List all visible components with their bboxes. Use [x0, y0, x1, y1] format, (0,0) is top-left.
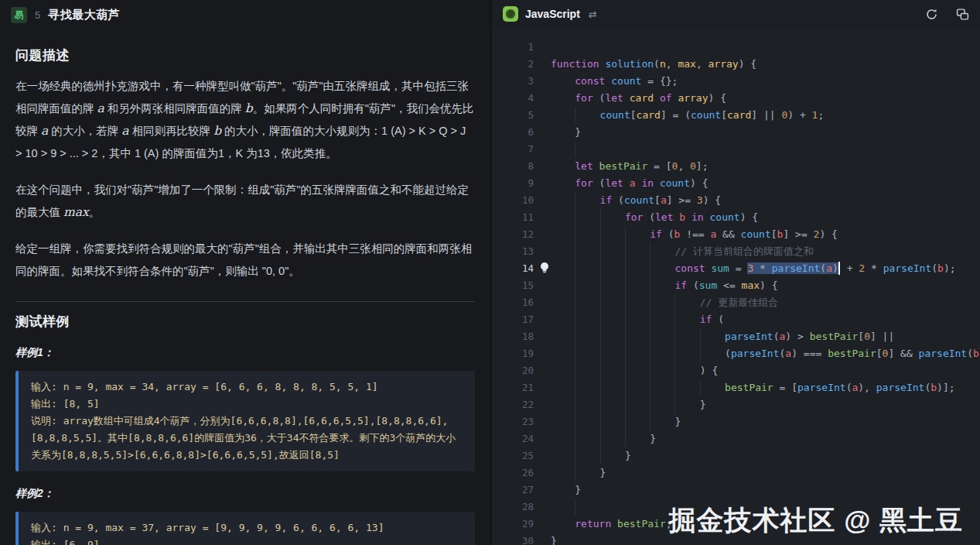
- section-divider: [15, 301, 475, 302]
- code-token: (: [773, 331, 780, 342]
- code-line[interactable]: 21bestPair = [parseInt(a), parseInt(b)];: [492, 379, 980, 396]
- indent-guide: [551, 107, 575, 124]
- code-token: parseInt: [883, 262, 932, 274]
- code-line[interactable]: 27}: [492, 482, 980, 499]
- code-line[interactable]: 20) {: [492, 362, 980, 379]
- code-token: }: [674, 416, 681, 427]
- indent-guide: [551, 294, 575, 311]
- code-line[interactable]: 13// 计算当前组合的牌面值之和: [492, 243, 980, 260]
- indent-guide: [600, 430, 625, 447]
- code-token: if: [650, 228, 662, 240]
- reset-code-button[interactable]: [924, 7, 938, 21]
- code-line[interactable]: 26}: [492, 464, 980, 482]
- indent-guide: [600, 379, 625, 396]
- code-token: ] >=: [667, 194, 697, 206]
- code-token: count: [600, 109, 630, 121]
- code-token: = [: [773, 382, 797, 393]
- code-token: }: [575, 126, 581, 138]
- examples-heading: 测试样例: [15, 313, 475, 331]
- indent-guide: [551, 345, 575, 362]
- code-token: (: [725, 348, 731, 359]
- code-editor[interactable]: 12function solution(n, max, array) {3con…: [492, 28, 980, 545]
- indent-guide: [674, 294, 699, 311]
- code-line[interactable]: 15if (sum <= max) {: [492, 277, 980, 294]
- indent-guide: [551, 158, 575, 175]
- paragraph-text: 。: [89, 206, 101, 218]
- javascript-icon: [503, 6, 518, 22]
- code-line-content: [534, 141, 980, 158]
- code-token: [: [721, 109, 727, 121]
- indent-guide: [625, 226, 650, 243]
- code-line[interactable]: 12if (b !== a && count[b] >= 2) {: [492, 226, 980, 243]
- code-line-content: if (b !== a && count[b] >= 2) {: [534, 226, 980, 243]
- code-token: ) >: [785, 331, 809, 342]
- code-line[interactable]: 23}: [492, 413, 980, 430]
- problem-paragraph: 给定一组牌，你需要找到符合规则的最大的"葫芦"组合，并输出其中三张相同的牌面和两…: [15, 238, 475, 283]
- code-token: (: [612, 194, 624, 206]
- text-caret: [838, 262, 840, 275]
- code-line[interactable]: 14const sum = 3 * parseInt(a) + 2 * pars…: [492, 260, 980, 277]
- code-line[interactable]: 19(parseInt(a) === bestPair[0] && parseI…: [492, 345, 980, 362]
- code-line-content: let bestPair = [0, 0];: [534, 158, 980, 175]
- code-token: ) {: [740, 211, 758, 223]
- code-line[interactable]: 24}: [492, 430, 980, 447]
- code-line[interactable]: 7: [492, 141, 980, 158]
- code-line[interactable]: 16// 更新最佳组合: [492, 294, 980, 311]
- indent-guide: [600, 243, 625, 260]
- format-code-button[interactable]: [955, 7, 969, 21]
- code-token: !==: [680, 228, 710, 240]
- coding-challenge-window: 易 5 寻找最大葫芦 问题描述 在一场经典的德州扑克游戏中，有一种牌型叫做"葫芦…: [0, 0, 980, 545]
- code-line-content: for (let card of array) {: [534, 90, 980, 107]
- code-line[interactable]: 18parseInt(a) > bestPair[0] ||: [492, 328, 980, 345]
- code-line[interactable]: 9for (let a in count) {: [492, 175, 980, 192]
- indent-guide: [575, 192, 599, 209]
- code-line-content: }: [534, 396, 980, 413]
- code-line[interactable]: 25}: [492, 447, 980, 464]
- code-line[interactable]: 11for (let b in count) {: [492, 209, 980, 226]
- indent-guide: [551, 328, 575, 345]
- indent-guide: [551, 209, 575, 226]
- indent-guide: [575, 294, 599, 311]
- code-line[interactable]: 22}: [492, 396, 980, 413]
- indent-guide: [551, 73, 575, 90]
- indent-guide: [674, 328, 699, 345]
- code-line[interactable]: 2function solution(n, max, array) {: [492, 56, 980, 73]
- language-switch-icon[interactable]: ⇄: [589, 9, 597, 20]
- code-line[interactable]: 5count[card] = (count[card] || 0) + 1;: [492, 107, 980, 124]
- indent-guide: [551, 226, 575, 243]
- code-line[interactable]: 6}: [492, 124, 980, 141]
- code-line[interactable]: 1: [492, 39, 980, 56]
- code-token: )];: [937, 382, 954, 393]
- line-number: 20: [492, 362, 534, 379]
- indent-guide: [575, 499, 599, 516]
- example-line: 输入: n = 9, max = 34, array = [6, 6, 6, 8…: [31, 379, 463, 396]
- code-line[interactable]: 17if (: [492, 311, 980, 328]
- code-line[interactable]: 4for (let card of array) {: [492, 90, 980, 107]
- code-token: if: [674, 279, 687, 291]
- code-token: b: [930, 382, 937, 393]
- code-line-content: }: [534, 124, 980, 141]
- code-line[interactable]: 3const count = {};: [492, 73, 980, 90]
- indent-guide: [551, 396, 575, 413]
- code-token: array: [709, 58, 739, 70]
- example-line: 输入: n = 9, max = 37, array = [9, 9, 9, 9…: [31, 519, 463, 536]
- code-token: array: [678, 92, 708, 104]
- line-number: 12: [492, 226, 534, 243]
- indent-guide: [551, 277, 575, 294]
- code-token: [: [858, 331, 864, 342]
- code-token: bestPair: [828, 348, 876, 359]
- code-line[interactable]: 10if (count[a] >= 3) {: [492, 192, 980, 209]
- indent-guide: [625, 379, 650, 396]
- code-token: parseInt: [725, 331, 773, 342]
- problem-header: 易 5 寻找最大葫芦: [0, 0, 490, 29]
- code-token: 2: [859, 262, 865, 274]
- code-line[interactable]: 8let bestPair = [0, 0];: [492, 158, 980, 175]
- code-line-content: if (sum <= max) {: [534, 277, 980, 294]
- code-token: }: [551, 535, 557, 545]
- code-token: 3: [697, 194, 703, 206]
- indent-guide: [575, 226, 599, 243]
- code-token: [: [630, 109, 637, 121]
- editor-toolbar: JavaScript ⇄: [492, 0, 980, 28]
- indent-guide: [551, 175, 575, 192]
- lightbulb-icon[interactable]: [538, 261, 551, 275]
